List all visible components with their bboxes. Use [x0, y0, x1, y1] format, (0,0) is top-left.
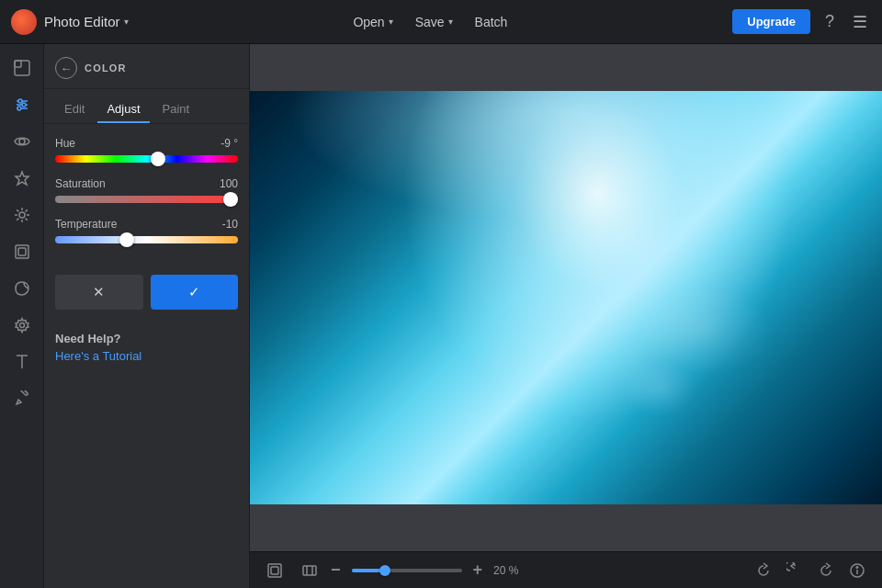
hue-slider-row: Hue -9 °	[55, 137, 238, 163]
svg-point-32	[856, 566, 858, 568]
info-button[interactable]	[843, 559, 871, 582]
help-link[interactable]: Here's a Tutorial	[55, 349, 238, 363]
svg-line-15	[17, 209, 18, 211]
tool-draw[interactable]	[6, 382, 39, 415]
tool-effects[interactable]	[6, 198, 39, 232]
nav-save[interactable]: Save ▾	[415, 15, 453, 29]
panel-header: ← COLOR	[44, 44, 249, 89]
tool-gallery[interactable]	[6, 51, 39, 85]
svg-point-8	[19, 139, 25, 144]
icon-toolbar	[0, 44, 44, 588]
help-section: Need Help? Here's a Tutorial	[44, 324, 249, 378]
temperature-slider-row: Temperature -10	[55, 218, 238, 243]
tool-view[interactable]	[6, 125, 39, 158]
zoom-in-button[interactable]: +	[473, 560, 483, 580]
svg-rect-26	[271, 567, 278, 574]
tool-text[interactable]	[6, 345, 39, 379]
cancel-button[interactable]: ✕	[55, 275, 143, 310]
svg-point-6	[22, 103, 26, 107]
saturation-track	[55, 196, 238, 203]
svg-marker-9	[16, 172, 28, 185]
svg-point-10	[19, 212, 25, 218]
tab-edit[interactable]: Edit	[55, 96, 94, 123]
fit-frame-button[interactable]	[261, 559, 288, 582]
svg-rect-0	[15, 61, 29, 75]
center-nav: Open ▾ Save ▾ Batch	[129, 15, 733, 29]
sliders-section: Hue -9 ° Saturation 100	[44, 124, 249, 271]
app-logo	[11, 9, 37, 35]
svg-line-17	[25, 209, 27, 211]
svg-point-7	[17, 107, 21, 110]
svg-rect-27	[303, 566, 316, 575]
rotate-right-button[interactable]	[750, 559, 777, 582]
zoom-slider[interactable]	[352, 569, 462, 572]
color-panel: ← COLOR Edit Adjust Paint Hue -9 °	[44, 44, 250, 588]
svg-rect-24	[17, 390, 28, 396]
svg-line-16	[25, 219, 27, 220]
tool-adjustments[interactable]	[6, 88, 39, 121]
menu-button[interactable]: ☰	[849, 8, 871, 36]
bottom-right-icons	[750, 559, 871, 582]
saturation-value: 100	[220, 177, 238, 190]
nav-batch[interactable]: Batch	[475, 15, 508, 29]
help-button[interactable]: ?	[821, 8, 838, 35]
svg-rect-25	[268, 564, 281, 577]
svg-rect-20	[18, 248, 26, 255]
temperature-track	[55, 236, 238, 243]
actual-size-button[interactable]	[296, 559, 323, 582]
temperature-label: Temperature	[55, 218, 117, 231]
panel-title: COLOR	[85, 62, 127, 74]
hue-input[interactable]	[55, 155, 238, 163]
back-button[interactable]: ←	[55, 57, 77, 79]
redo-button[interactable]	[812, 559, 840, 582]
svg-rect-19	[16, 245, 28, 258]
action-buttons: ✕ ✓	[44, 271, 249, 324]
app-title[interactable]: Photo Editor ▾	[44, 14, 129, 29]
panel-tabs: Edit Adjust Paint	[44, 89, 249, 124]
saturation-input[interactable]	[55, 196, 238, 203]
svg-point-5	[18, 99, 22, 103]
undo-button[interactable]	[781, 559, 808, 582]
canvas-area: − + 20 %	[250, 44, 882, 588]
confirm-button[interactable]: ✓	[151, 275, 239, 310]
svg-point-21	[19, 323, 24, 328]
tool-frames[interactable]	[6, 235, 39, 268]
right-actions: Upgrade ? ☰	[732, 8, 871, 36]
zoom-label: 20 %	[493, 564, 518, 577]
saturation-slider-row: Saturation 100	[55, 177, 238, 203]
temperature-value: -10	[222, 218, 238, 231]
saturation-label: Saturation	[55, 177, 106, 190]
hue-value: -9 °	[220, 137, 238, 150]
nav-open[interactable]: Open ▾	[353, 15, 392, 29]
tool-settings[interactable]	[6, 309, 39, 342]
image-container[interactable]	[250, 44, 882, 551]
bottom-bar: − + 20 %	[250, 551, 882, 588]
tab-paint[interactable]: Paint	[153, 96, 199, 123]
upgrade-button[interactable]: Upgrade	[732, 9, 810, 34]
tool-favorites[interactable]	[6, 162, 39, 195]
temperature-input[interactable]	[55, 236, 238, 243]
tool-stickers[interactable]	[6, 272, 39, 305]
photo-canvas	[250, 91, 882, 504]
help-title: Need Help?	[55, 332, 238, 345]
tab-adjust[interactable]: Adjust	[97, 96, 149, 123]
hue-label: Hue	[55, 137, 75, 150]
zoom-out-button[interactable]: −	[331, 560, 341, 580]
hue-track	[55, 155, 238, 163]
svg-line-18	[17, 219, 18, 220]
